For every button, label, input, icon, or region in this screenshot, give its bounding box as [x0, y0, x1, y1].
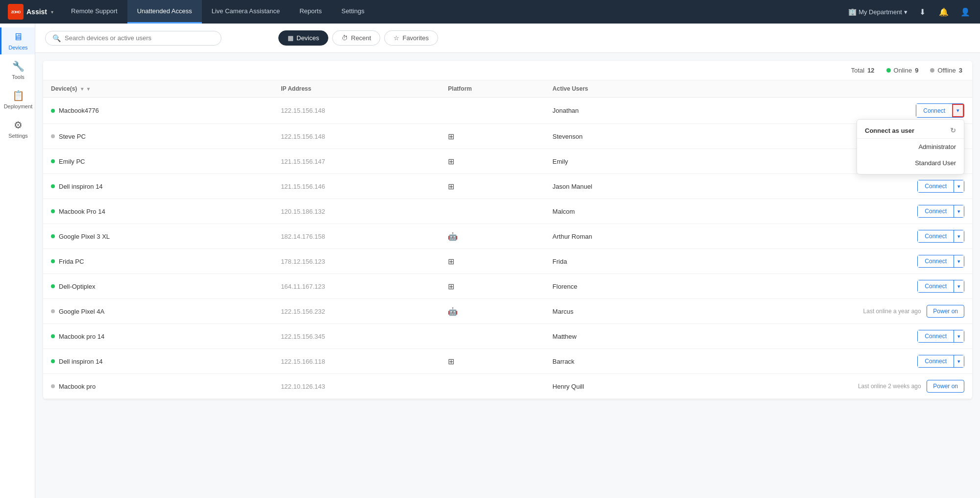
- active-user-name: Arthur Roman: [553, 233, 592, 240]
- notification-icon[interactable]: 🔔: [937, 5, 951, 19]
- download-icon[interactable]: ⬇: [915, 5, 929, 19]
- connect-caret-button[interactable]: ▾: [954, 280, 964, 292]
- connect-caret-button[interactable]: ▾: [952, 104, 964, 117]
- connect-button-wrap: Connect ▾: [917, 330, 964, 343]
- action-cell: Connect ▾: [712, 349, 972, 374]
- department-chevron: ▾: [904, 8, 907, 16]
- table-body: Macbook4776 122.15.156.148Jonathan Conne…: [43, 98, 972, 399]
- nav-remote-support[interactable]: Remote Support: [61, 0, 127, 24]
- connect-caret-button[interactable]: ▾: [954, 180, 964, 192]
- connect-caret-button[interactable]: ▾: [954, 355, 964, 367]
- table-row: Macbook Pro 14 120.15.186.132Malcom Conn…: [43, 199, 972, 224]
- device-name-cell: Steve PC: [43, 124, 273, 149]
- connect-button-wrap: Connect ▾: [916, 103, 964, 118]
- ip-address-cell: 122.15.156.232: [273, 299, 440, 324]
- dropdown-item[interactable]: Standard User: [857, 155, 964, 171]
- refresh-icon[interactable]: ↻: [950, 126, 956, 134]
- dropdown-item[interactable]: Administrator: [857, 139, 964, 155]
- user-icon[interactable]: 👤: [958, 5, 972, 19]
- sidebar-item-settings[interactable]: ⚙ Settings: [0, 115, 35, 143]
- connect-button[interactable]: Connect: [918, 255, 954, 267]
- platform-cell: ⊞: [440, 349, 544, 374]
- device-status-dot: [51, 184, 55, 188]
- last-online-text: Last online a year ago: [863, 308, 921, 315]
- action-cell: Last online 2 weeks ago Power on: [712, 374, 972, 399]
- device-name-cell: Dell-Optiplex: [43, 274, 273, 299]
- nav-settings[interactable]: Settings: [332, 0, 374, 24]
- ip-address-cell: 122.15.156.345: [273, 324, 440, 349]
- content-area: Total 12 Online 9 Offline 3: [35, 53, 980, 498]
- col-platform: Platform: [440, 80, 544, 98]
- table-row: Macbook4776 122.15.156.148Jonathan Conne…: [43, 98, 972, 124]
- offline-count: 3: [959, 67, 962, 74]
- col-device[interactable]: Device(s) ▼: [43, 80, 273, 98]
- active-user-cell: Frida: [545, 249, 712, 274]
- online-label: Online: [894, 67, 912, 74]
- app-chevron[interactable]: ▾: [51, 9, 53, 15]
- search-input[interactable]: [65, 34, 214, 42]
- action-cell: Connect ▾: [712, 274, 972, 299]
- connect-button[interactable]: Connect: [918, 330, 954, 342]
- ip-address-cell: 120.15.186.132: [273, 199, 440, 224]
- favorites-tab-icon: ☆: [393, 34, 399, 42]
- tab-devices[interactable]: ▦ Devices: [278, 30, 328, 46]
- connect-button[interactable]: Connect: [918, 180, 954, 192]
- active-user-name: Matthew: [553, 333, 577, 340]
- department-selector[interactable]: 🏢 My Department ▾: [848, 8, 907, 16]
- device-name-text: Dell inspiron 14: [59, 358, 103, 365]
- connect-button[interactable]: Connect: [918, 280, 954, 292]
- device-status-dot: [51, 159, 55, 163]
- device-table-wrap: Device(s) ▼ IP Address Platform Active U…: [43, 80, 972, 399]
- ip-address-cell: 164.11.167.123: [273, 274, 440, 299]
- windows-icon: ⊞: [448, 257, 454, 266]
- active-user-name: Barrack: [553, 358, 575, 365]
- device-status-dot: [51, 334, 55, 338]
- power-on-button[interactable]: Power on: [927, 305, 964, 318]
- action-cell: Connect ▾: [712, 224, 972, 249]
- devices-icon: 🖥: [13, 31, 23, 43]
- active-user-name: Marcus: [553, 308, 574, 315]
- device-name-cell: Macbook4776: [43, 98, 273, 124]
- connect-button-wrap: Connect ▾: [917, 180, 964, 193]
- ip-address: 121.15.156.146: [281, 183, 325, 190]
- layout: 🖥 Devices 🔧 Tools 📋 Deployment ⚙ Setting…: [0, 24, 980, 498]
- dropdown-title: Connect as user: [865, 127, 914, 134]
- action-cell: Connect ▾: [712, 174, 972, 199]
- table-row: Dell-Optiplex 164.11.167.123⊞Florence Co…: [43, 274, 972, 299]
- power-on-button[interactable]: Power on: [927, 380, 964, 393]
- connect-button[interactable]: Connect: [918, 355, 954, 367]
- zoho-logo: ZOHO: [8, 4, 24, 20]
- nav-unattended-access[interactable]: Unattended Access: [127, 0, 202, 24]
- ip-address: 120.15.186.132: [281, 208, 325, 215]
- device-name-cell: Macbook pro 14: [43, 324, 273, 349]
- connect-caret-button[interactable]: ▾: [954, 205, 964, 217]
- tab-favorites[interactable]: ☆ Favorites: [384, 30, 438, 46]
- col-ip: IP Address: [273, 80, 440, 98]
- device-name-cell: Emily PC: [43, 149, 273, 174]
- devices-tab-label: Devices: [296, 34, 319, 42]
- device-name-text: Macbook Pro 14: [59, 208, 105, 215]
- connect-caret-button[interactable]: ▾: [954, 330, 964, 342]
- recent-tab-label: Recent: [351, 34, 371, 42]
- connect-button[interactable]: Connect: [918, 205, 954, 217]
- nav-reports[interactable]: Reports: [290, 0, 332, 24]
- device-name-text: Steve PC: [59, 133, 86, 140]
- offline-dot: [930, 68, 934, 73]
- ip-address-cell: 121.15.156.146: [273, 174, 440, 199]
- platform-cell: 🤖: [440, 299, 544, 324]
- connect-button[interactable]: Connect: [918, 230, 954, 242]
- nav-live-camera[interactable]: Live Camera Assistance: [202, 0, 290, 24]
- connect-caret-button[interactable]: ▾: [954, 230, 964, 242]
- tab-recent[interactable]: ⏱ Recent: [332, 30, 380, 46]
- sidebar-label-settings: Settings: [8, 133, 28, 139]
- platform-cell: [440, 199, 544, 224]
- app-name: Assist: [26, 8, 47, 16]
- sidebar-item-tools[interactable]: 🔧 Tools: [0, 56, 35, 84]
- sidebar-item-deployment[interactable]: 📋 Deployment: [0, 86, 35, 113]
- sidebar-item-devices[interactable]: 🖥 Devices: [0, 27, 35, 54]
- connect-caret-button[interactable]: ▾: [954, 255, 964, 267]
- device-name-cell: Google Pixel 3 XL: [43, 224, 273, 249]
- last-online-text: Last online 2 weeks ago: [858, 383, 921, 390]
- connect-button[interactable]: Connect: [916, 104, 952, 117]
- ip-address-cell: 121.15.156.147: [273, 149, 440, 174]
